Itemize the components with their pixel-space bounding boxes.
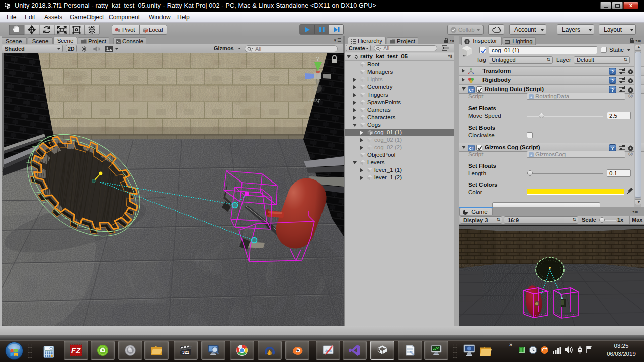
svg-text:?: ? <box>611 78 614 83</box>
svg-text:C#: C# <box>469 88 474 92</box>
svg-text:321: 321 <box>182 350 189 355</box>
svg-text:C#: C# <box>469 147 474 150</box>
svg-text:FZ: FZ <box>71 346 81 355</box>
svg-text:?: ? <box>611 87 614 93</box>
svg-text:?: ? <box>611 69 614 74</box>
svg-text:‹ ersp: ‹ ersp <box>308 98 321 103</box>
svg-text:?: ? <box>611 146 614 151</box>
svg-text:y: y <box>316 55 319 61</box>
